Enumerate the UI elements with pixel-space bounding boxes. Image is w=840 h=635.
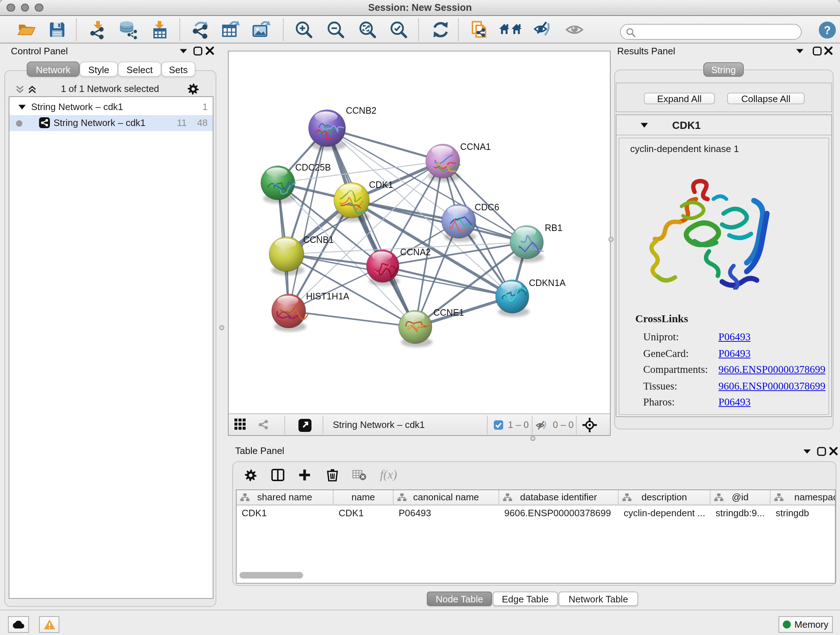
view-toolbar-separator xyxy=(284,416,285,434)
network-options-gear-icon[interactable] xyxy=(187,83,199,95)
network-canvas[interactable]: CCNB2CCNA1CDC25BCDK1CDC6RB1CCNB1CCNA2CDK… xyxy=(228,51,611,436)
crosslink-link[interactable]: 9606.ENSP00000378699 xyxy=(718,380,826,392)
table-columns-button[interactable] xyxy=(269,466,286,484)
table-panel-close-icon[interactable] xyxy=(828,445,839,457)
view-share-icon[interactable] xyxy=(257,418,269,430)
open-session-button[interactable] xyxy=(17,19,37,40)
table-delete-column-button[interactable] xyxy=(351,466,368,484)
birdseye-grid-icon[interactable] xyxy=(234,418,246,430)
export-image-button[interactable] xyxy=(251,19,271,40)
table-cell[interactable]: 9606.ENSP00000378699 xyxy=(504,508,611,518)
column-header-label: shared name xyxy=(237,492,333,502)
network-node-CDC25B[interactable] xyxy=(261,166,295,203)
column-header-shared-name[interactable]: shared name xyxy=(237,490,333,505)
column-header-canonical-name[interactable]: canonical name xyxy=(393,490,499,505)
table-cell[interactable]: stringdb xyxy=(775,508,809,518)
zoom-fit-button[interactable] xyxy=(357,19,378,40)
network-node-CDC6[interactable] xyxy=(442,204,477,242)
table-cell[interactable]: P06493 xyxy=(399,508,431,518)
network-row-selected[interactable]: String Network – cdk1 11 48 xyxy=(9,115,213,131)
show-all-button[interactable] xyxy=(564,19,584,40)
network-node-CCNA2[interactable] xyxy=(366,250,400,286)
table-tab-network-table[interactable]: Network Table xyxy=(559,592,638,606)
collapse-all-button[interactable]: Collapse All xyxy=(727,93,805,104)
table-cell[interactable]: cyclin-dependent ... xyxy=(624,508,705,518)
network-node-CDK1[interactable] xyxy=(334,182,370,222)
zoom-in-button[interactable] xyxy=(294,19,314,40)
network-node-RB1[interactable] xyxy=(510,226,544,263)
network-node-CCNA1[interactable] xyxy=(426,144,461,182)
zoom-out-button[interactable] xyxy=(325,19,346,40)
first-neighbors-button[interactable] xyxy=(499,19,523,40)
clone-network-button[interactable] xyxy=(470,19,490,40)
import-table-button[interactable] xyxy=(149,19,169,40)
column-header-description[interactable]: description xyxy=(619,490,711,505)
results-tab-string[interactable]: String xyxy=(703,62,744,77)
crosslink-link[interactable]: P06493 xyxy=(718,396,751,409)
table-delete-button[interactable] xyxy=(324,466,341,484)
control-tab-select[interactable]: Select xyxy=(118,62,161,77)
refresh-view-button[interactable] xyxy=(431,19,451,40)
network-graph[interactable]: CCNB2CCNA1CDC25BCDK1CDC6RB1CCNB1CCNA2CDK… xyxy=(229,51,610,413)
import-network-database-button[interactable] xyxy=(118,19,138,40)
new-network-button[interactable] xyxy=(190,19,210,40)
network-node-CCNE1[interactable] xyxy=(399,310,433,347)
table-horizontal-scrollbar[interactable] xyxy=(240,572,303,578)
network-node-CCNB1[interactable] xyxy=(269,237,305,276)
results-panel-menu-icon[interactable] xyxy=(794,45,805,57)
table-cell[interactable]: stringdb:9... xyxy=(715,508,765,518)
splitter-handle[interactable] xyxy=(531,436,535,441)
save-session-button[interactable] xyxy=(47,19,67,40)
network-node-CCNB2[interactable] xyxy=(309,110,346,150)
table-cell[interactable]: CDK1 xyxy=(242,508,267,518)
control-panel-close-icon[interactable] xyxy=(204,45,216,57)
column-header-database-identifier[interactable]: database identifier xyxy=(499,490,619,505)
splitter-handle[interactable] xyxy=(219,325,224,330)
crosslink-link[interactable]: 9606.ENSP00000378699 xyxy=(718,363,826,376)
search-input[interactable] xyxy=(620,24,802,40)
selected-checkbox-icon[interactable] xyxy=(493,420,504,430)
export-view-icon[interactable] xyxy=(297,418,312,432)
warnings-button[interactable] xyxy=(39,616,59,633)
gene-header[interactable]: CDK1 xyxy=(616,115,831,135)
results-panel-close-icon[interactable] xyxy=(823,45,834,57)
results-panel-float-icon[interactable] xyxy=(811,45,823,57)
table-panel-float-icon[interactable] xyxy=(815,445,827,457)
control-tab-sets[interactable]: Sets xyxy=(161,62,195,77)
crosslink-link[interactable]: P06493 xyxy=(718,347,751,359)
table-cell[interactable]: CDK1 xyxy=(339,508,363,518)
splitter-handle[interactable] xyxy=(608,237,614,242)
table-tab-edge-table[interactable]: Edge Table xyxy=(493,592,558,606)
zoom-selected-button[interactable] xyxy=(388,19,409,40)
table-add-button[interactable] xyxy=(296,466,313,484)
table-tab-node-table[interactable]: Node Table xyxy=(427,592,492,606)
control-tab-style[interactable]: Style xyxy=(80,62,118,77)
center-view-icon[interactable] xyxy=(583,418,597,432)
memory-button[interactable]: Memory xyxy=(778,616,833,633)
cloud-icon xyxy=(12,620,25,629)
node-label-RB1: RB1 xyxy=(545,223,562,233)
copy-network-icon xyxy=(470,19,490,40)
node-table[interactable]: shared namenamecanonical namedatabase id… xyxy=(236,489,836,584)
control-panel-menu-icon[interactable] xyxy=(177,45,189,57)
table-function-button[interactable]: f(x) xyxy=(376,466,401,484)
network-collection-row[interactable]: String Network – cdk1 1 xyxy=(9,99,213,115)
export-table-button[interactable] xyxy=(221,19,241,40)
hide-selected-button[interactable] xyxy=(532,19,553,40)
expand-all-button[interactable]: Expand All xyxy=(644,93,715,104)
hidden-eye-icon xyxy=(535,419,547,431)
control-tab-network[interactable]: Network xyxy=(27,62,80,77)
crosslink-link[interactable]: P06493 xyxy=(718,331,751,343)
column-header-namespace[interactable]: namespace xyxy=(771,490,836,505)
cloud-button[interactable] xyxy=(8,616,29,633)
column-header-name[interactable]: name xyxy=(333,490,393,505)
import-network-file-button[interactable] xyxy=(88,19,108,40)
network-node-HIST1H1A[interactable] xyxy=(272,294,308,332)
column-header--id[interactable]: @id xyxy=(711,490,771,505)
table-gear-button[interactable] xyxy=(242,466,259,484)
table-panel-menu-icon[interactable] xyxy=(801,445,813,457)
help-button[interactable]: ? xyxy=(817,19,837,40)
network-node-CDKN1A[interactable] xyxy=(496,280,530,317)
control-panel-float-icon[interactable] xyxy=(192,45,203,57)
svg-text:?: ? xyxy=(824,24,831,36)
